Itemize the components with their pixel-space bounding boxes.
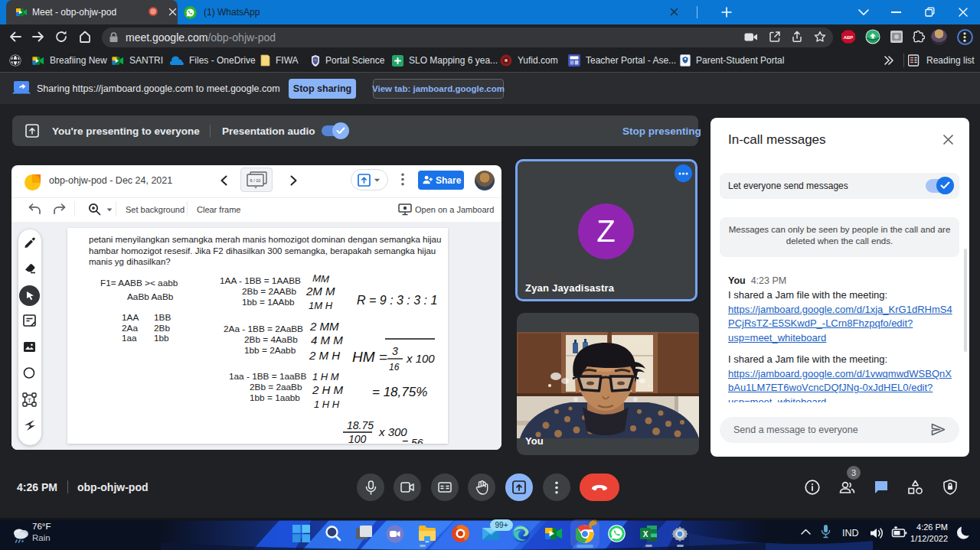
svg-text:1AA - 1BB = 1AABB: 1AA - 1BB = 1AABB	[220, 275, 301, 286]
svg-text:2 H M: 2 H M	[312, 383, 344, 396]
svg-text:6 / 10: 6 / 10	[250, 178, 261, 183]
svg-text:manis yg dihasilkan?: manis yg dihasilkan?	[89, 257, 171, 266]
svg-text:R = 9 : 3 : 3 : 1: R = 9 : 3 : 3 : 1	[357, 294, 437, 307]
svg-text:2Bb = 2AABb: 2Bb = 2AABb	[242, 286, 297, 297]
svg-text:= 18,75%: = 18,75%	[372, 385, 427, 399]
svg-text:1bb: 1bb	[154, 333, 169, 343]
svg-text:2Bb = 4AaBb: 2Bb = 4AaBb	[244, 334, 298, 345]
svg-text:100: 100	[348, 433, 367, 444]
svg-text:1BB: 1BB	[154, 312, 171, 323]
svg-text:4 M M: 4 M M	[311, 334, 343, 347]
svg-text:HM =: HM =	[352, 349, 387, 365]
svg-text:18.75: 18.75	[347, 419, 374, 431]
svg-text:2Bb: 2Bb	[154, 323, 170, 334]
svg-text:1bb = 2Aabb: 1bb = 2Aabb	[244, 345, 296, 356]
svg-text:2Aa: 2Aa	[122, 323, 138, 334]
svg-text:2Aa - 1BB = 2AaBB: 2Aa - 1BB = 2AaBB	[224, 324, 303, 334]
svg-text:3: 3	[392, 345, 398, 357]
svg-text:2 M H: 2 M H	[309, 349, 340, 362]
svg-text:1 H M: 1 H M	[312, 371, 339, 382]
svg-text:1 H H: 1 H H	[314, 399, 340, 410]
svg-text:2Bb = 2aaBb: 2Bb = 2aaBb	[250, 382, 302, 392]
svg-text:16: 16	[389, 362, 400, 373]
svg-text:MM: MM	[312, 272, 330, 285]
svg-text:ABP: ABP	[844, 35, 854, 40]
svg-text:petani menyilangkan semangka m: petani menyilangkan semangka merah manis…	[89, 235, 441, 244]
svg-text:1M H: 1M H	[309, 300, 333, 311]
svg-text:1aa - 1BB = 1aaBB: 1aa - 1BB = 1aaBB	[229, 371, 306, 382]
svg-text:F1= AABB >< aabb: F1= AABB >< aabb	[100, 278, 178, 288]
svg-text:hambar homozigot resesif. Jika: hambar homozigot resesif. Jika F2 dihasi…	[89, 246, 436, 255]
svg-text:2 MM: 2 MM	[309, 320, 339, 333]
svg-text:X: X	[643, 530, 648, 539]
svg-text:= 56: = 56	[402, 437, 423, 444]
svg-text:1bb = 1aabb: 1bb = 1aabb	[250, 392, 300, 403]
svg-text:T: T	[28, 397, 31, 404]
svg-text:x 100: x 100	[406, 352, 435, 365]
svg-text:AaBb AaBb: AaBb AaBb	[127, 291, 174, 302]
svg-text:2M M: 2M M	[305, 285, 335, 298]
svg-text:1aa: 1aa	[122, 333, 137, 343]
svg-text:1bb = 1AAbb: 1bb = 1AAbb	[242, 297, 295, 308]
svg-text:1AA: 1AA	[122, 312, 139, 323]
